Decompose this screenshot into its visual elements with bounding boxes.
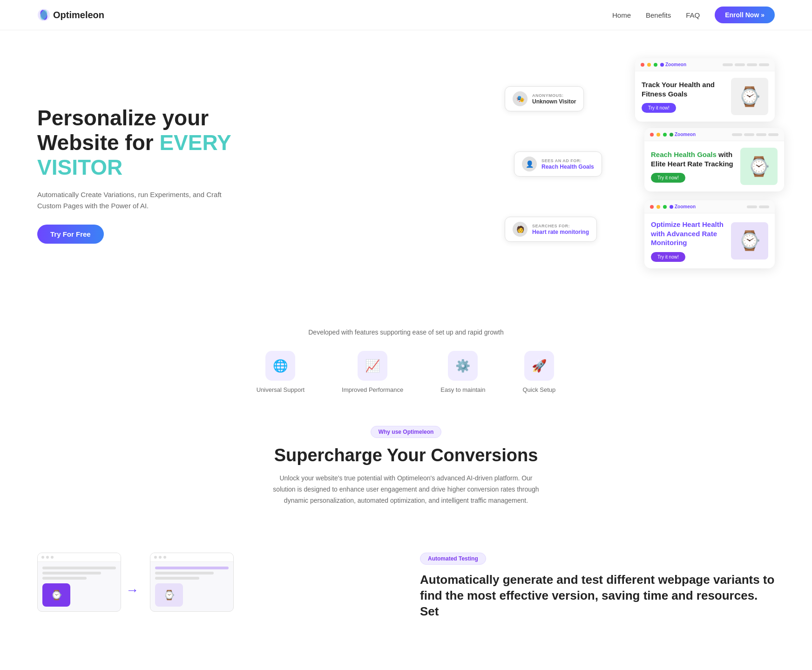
bottom-text: Automated Testing Automatically generate…	[420, 553, 775, 626]
product-card-optimize: Zoomeon Optimize Heart Health with Advan…	[644, 200, 775, 268]
feature-maintain: ⚙️ Easy to maintain	[440, 351, 485, 393]
card2-brand: Zoomeon	[670, 132, 696, 137]
performance-icon: 📈	[358, 351, 387, 381]
card1-body: Track Your Health and Fitness Goals Try …	[635, 71, 775, 122]
feature-performance-label: Improved Performance	[342, 386, 403, 393]
mini-line3	[42, 577, 87, 580]
mini-dot2	[46, 556, 49, 559]
mini-dot3	[51, 556, 54, 559]
nav-dot10	[759, 205, 769, 208]
card3-text: Optimize Heart Health with Advanced Rate…	[651, 220, 725, 262]
card3-header: Zoomeon	[644, 200, 775, 213]
nav-benefits[interactable]: Benefits	[646, 11, 671, 19]
visitor2-label: SEES AN AD FOR:	[541, 158, 594, 163]
mini-line1	[42, 567, 116, 569]
navbar: Optimeleon Home Benefits FAQ Enroll Now …	[0, 0, 812, 30]
card3-cta[interactable]: Try it now!	[651, 252, 685, 262]
mini-bar-1	[38, 553, 121, 562]
mini-watch-thumb: ⌚	[42, 583, 70, 607]
visitor2-value: Reach Health Goals	[541, 164, 594, 170]
visitor1-label: ANONYMOUS:	[532, 93, 576, 98]
why-badge: Why use Optimeleon	[371, 426, 442, 438]
hero-description: Automatically Create Variations, run Exp…	[37, 189, 233, 212]
visitor1-info: ANONYMOUS: Unknown Visitor	[532, 93, 576, 105]
bottom-section: ⌚ → ⌚ Automated Testing Au	[0, 543, 812, 635]
visitor3-avatar: 🧑	[513, 222, 528, 237]
mini-content-2: ⌚	[150, 562, 233, 611]
dot-red	[641, 63, 644, 67]
mini-line6	[155, 577, 199, 580]
card2-text: Reach Health Goals with Elite Heart Rate…	[651, 150, 735, 183]
logo: Optimeleon	[37, 8, 104, 21]
card3-nav-dots	[747, 205, 769, 208]
mockup-pair: ⌚ → ⌚	[37, 553, 392, 612]
mini-browser-1: ⌚	[37, 553, 121, 612]
card3-title: Optimize Heart Health with Advanced Rate…	[651, 220, 725, 247]
card2-cta[interactable]: Try it now!	[651, 173, 685, 183]
card1-nav-dots	[723, 63, 769, 66]
visitor-card-searches: 🧑 SEARCHES FOR: Heart rate monitoring	[505, 217, 597, 242]
nav-dot5	[732, 133, 742, 136]
feature-universal-label: Universal Support	[257, 386, 304, 393]
try-free-button[interactable]: Try For Free	[37, 225, 104, 244]
logo-text: Optimeleon	[53, 10, 104, 21]
card1-text: Track Your Health and Fitness Goals Try …	[642, 80, 725, 113]
why-section: Why use Optimeleon Supercharge Your Conv…	[0, 403, 812, 543]
card2-watch: ⌚	[740, 148, 778, 185]
enroll-button[interactable]: Enroll Now »	[715, 7, 775, 23]
card2-nav-dots	[732, 133, 778, 136]
dot-red2	[650, 133, 654, 137]
feature-universal: 🌐 Universal Support	[257, 351, 304, 393]
bottom-heading: Automatically generate and test differen…	[420, 572, 775, 619]
card2-header: Zoomeon	[644, 128, 784, 141]
visitor1-name: Unknown Visitor	[532, 98, 576, 105]
nav-dot6	[744, 133, 754, 136]
bottom-mockups: ⌚ → ⌚	[37, 553, 392, 612]
nav-dot3	[747, 63, 757, 66]
visitor1-avatar: 🎭	[513, 91, 528, 106]
visitor-card-anonymous: 🎭 ANONYMOUS: Unknown Visitor	[505, 86, 584, 111]
universal-icon: 🌐	[265, 351, 295, 381]
nav-dot2	[735, 63, 745, 66]
brand-dot2	[670, 133, 673, 137]
card3-title-span: Optimize Heart Health with Advanced Rate…	[651, 220, 724, 246]
dot-yellow2	[656, 133, 660, 137]
mini-dot6	[163, 556, 166, 559]
logo-icon	[37, 8, 50, 21]
mini-dot5	[159, 556, 162, 559]
mini-content-1: ⌚	[38, 562, 121, 611]
card1-cta[interactable]: Try it now!	[642, 103, 676, 113]
visitor-card-sees: 👤 SEES AN AD FOR: Reach Health Goals	[514, 151, 602, 177]
visitor2-info: SEES AN AD FOR: Reach Health Goals	[541, 158, 594, 170]
card3-brand: Zoomeon	[670, 204, 696, 209]
nav-dot1	[723, 63, 733, 66]
nav-dot4	[759, 63, 769, 66]
why-heading: Supercharge Your Conversions	[37, 445, 775, 465]
card1-title: Track Your Health and Fitness Goals	[642, 80, 725, 98]
hero-visual: 🎭 ANONYMOUS: Unknown Visitor 👤 SEES AN A…	[505, 58, 775, 291]
auto-badge: Automated Testing	[420, 553, 486, 565]
nav-dot7	[756, 133, 766, 136]
card2-body: Reach Health Goals with Elite Heart Rate…	[644, 141, 784, 191]
features-section: Developed with features supporting ease …	[0, 310, 812, 403]
dot-green	[654, 63, 657, 67]
nav-dot9	[747, 205, 757, 208]
nav-dot8	[768, 133, 778, 136]
visitor3-info: SEARCHES FOR: Heart rate monitoring	[532, 224, 589, 235]
mini-line2	[42, 572, 101, 574]
card2-title-green: Reach Health Goals	[651, 150, 717, 158]
mini-dot1	[41, 556, 44, 559]
product-card-reach: Zoomeon Reach Health Goals with Elite He…	[644, 128, 784, 191]
features-icons: 🌐 Universal Support 📈 Improved Performan…	[37, 351, 775, 393]
dot-green2	[663, 133, 667, 137]
nav-faq[interactable]: FAQ	[686, 11, 700, 19]
hero-section: Personalize your Website for EVERY VISIT…	[0, 30, 812, 310]
nav-home[interactable]: Home	[612, 11, 631, 19]
mini-dot4	[154, 556, 157, 559]
hero-headline: Personalize your Website for EVERY VISIT…	[37, 106, 233, 180]
arrow-right-icon: →	[126, 583, 139, 598]
dot-red3	[650, 205, 654, 209]
feature-maintain-label: Easy to maintain	[440, 386, 485, 393]
mini-bar-2	[150, 553, 233, 562]
hero-text: Personalize your Website for EVERY VISIT…	[37, 106, 233, 244]
